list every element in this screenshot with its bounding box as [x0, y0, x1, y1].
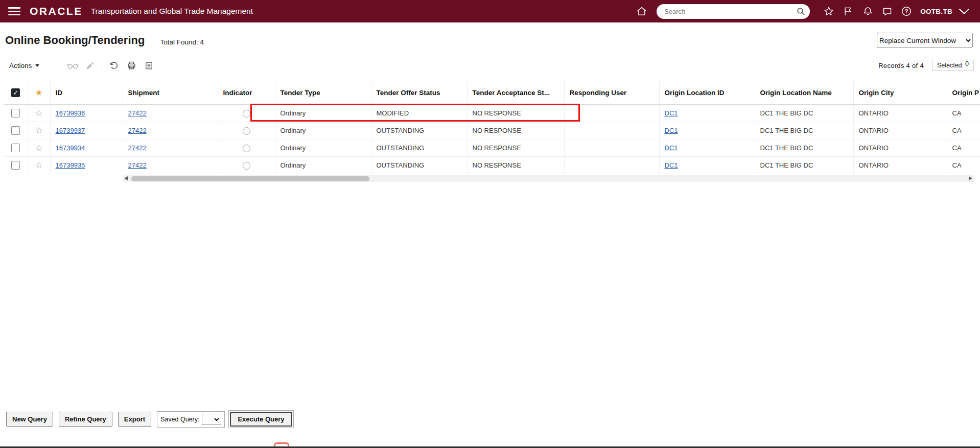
home-icon[interactable] [634, 4, 649, 19]
cell-tender-acceptance-status: NO RESPONSE [467, 139, 564, 157]
grid-body: ☆ 16739936 27422 Ordinary MODIFIED NO RE… [4, 105, 980, 174]
app-title: Transportation and Global Trade Manageme… [91, 7, 253, 16]
origin-location-link[interactable]: DC1 [665, 109, 678, 117]
id-link[interactable]: 16739936 [56, 109, 85, 117]
cell-tender-type: Ordinary [275, 105, 371, 122]
row-star-icon[interactable]: ☆ [35, 143, 42, 153]
column-header-origin-location-name[interactable]: Origin Location Name [755, 81, 853, 105]
column-header-origin-city[interactable]: Origin City [853, 81, 947, 105]
cell-tender-offer-status: OUTSTANDING [371, 157, 467, 174]
saved-query-select[interactable] [202, 414, 221, 425]
shipment-link[interactable]: 27422 [128, 144, 147, 152]
id-link[interactable]: 16739937 [56, 127, 85, 134]
cell-tender-type: Ordinary [275, 157, 371, 174]
id-link[interactable]: 16739935 [56, 161, 85, 169]
origin-location-link[interactable]: DC1 [665, 161, 678, 169]
scroll-right-arrow-icon[interactable] [969, 176, 972, 180]
column-header-responding-user[interactable]: Responding User [564, 81, 659, 105]
saved-query-label: Saved Query: [160, 416, 199, 423]
cell-origin-city: ONTARIO [853, 157, 947, 174]
header-star-icon: ★ [35, 88, 42, 98]
row-star-icon[interactable]: ☆ [35, 108, 42, 118]
selected-count: 0 [965, 60, 969, 67]
cutoff-annotation-box [274, 442, 289, 446]
cell-responding-user [564, 105, 659, 122]
flag-icon[interactable] [841, 4, 856, 19]
shipment-link[interactable]: 27422 [128, 161, 147, 169]
print-icon[interactable] [125, 59, 138, 72]
cell-origin-province: CA [947, 105, 980, 122]
cell-responding-user [564, 157, 659, 174]
cell-origin-province: CA [947, 139, 980, 157]
id-link[interactable]: 16739934 [56, 144, 85, 152]
column-header-origin-location-id[interactable]: Origin Location ID [659, 81, 755, 105]
execute-query-button[interactable]: Execute Query [230, 412, 292, 427]
select-all-header[interactable]: ✓ [4, 81, 28, 105]
oracle-logo: ORACLE [30, 5, 83, 17]
user-menu-chevron-down-icon[interactable] [956, 4, 972, 19]
records-count: Records 4 of 4 [878, 62, 924, 69]
grid-header: ✓ ★ ID Shipment Indicator Tender Type Te… [4, 81, 980, 105]
cell-id: 16739934 [50, 139, 123, 157]
global-search [657, 4, 810, 19]
column-header-shipment[interactable]: Shipment [123, 81, 218, 105]
total-found-label: Total Found: 4 [160, 38, 204, 46]
selected-count-box: Selected:0 [932, 60, 974, 71]
help-icon[interactable]: ? [899, 4, 914, 19]
results-grid: ✓ ★ ID Shipment Indicator Tender Type Te… [4, 81, 980, 174]
origin-location-link[interactable]: DC1 [665, 144, 678, 152]
caret-down-icon [35, 64, 39, 67]
column-header-tender-type[interactable]: Tender Type [275, 81, 371, 105]
new-query-button[interactable]: New Query [6, 412, 53, 427]
favorite-column-header[interactable]: ★ [28, 81, 50, 105]
favorites-star-icon[interactable] [821, 4, 836, 19]
cell-indicator [218, 157, 275, 174]
scrollbar-thumb[interactable] [131, 176, 369, 181]
search-input[interactable] [657, 4, 810, 19]
cell-tender-offer-status: OUTSTANDING [371, 139, 467, 157]
column-header-tender-offer-status[interactable]: Tender Offer Status [371, 81, 467, 105]
horizontal-scrollbar[interactable] [123, 175, 974, 182]
scroll-left-arrow-icon[interactable] [124, 176, 128, 180]
row-checkbox[interactable] [11, 126, 20, 135]
row-checkbox[interactable] [11, 161, 20, 170]
column-header-origin-province[interactable]: Origin P [947, 81, 980, 105]
logged-in-user[interactable]: OOTB.TB [920, 8, 952, 15]
row-checkbox[interactable] [11, 144, 20, 152]
shipment-link[interactable]: 27422 [128, 127, 147, 134]
indicator-circle-icon [243, 110, 250, 117]
column-header-indicator[interactable]: Indicator [218, 81, 275, 105]
row-star-icon[interactable]: ☆ [35, 160, 42, 170]
shipment-link[interactable]: 27422 [128, 109, 147, 117]
hamburger-menu-icon[interactable] [8, 7, 20, 15]
selected-label: Selected: [937, 62, 964, 69]
row-checkbox[interactable] [11, 109, 20, 117]
actions-label: Actions [9, 62, 32, 69]
notifications-bell-icon[interactable] [860, 4, 875, 19]
export-button[interactable]: Export [118, 412, 151, 427]
column-header-id[interactable]: ID [50, 81, 123, 105]
indicator-circle-icon [243, 162, 250, 170]
details-list-icon[interactable] [142, 59, 155, 72]
cell-tender-offer-status: OUTSTANDING [371, 122, 467, 139]
cell-origin-location-id: DC1 [659, 139, 755, 157]
cell-shipment: 27422 [123, 122, 218, 139]
cell-origin-location-name: DC1 THE BIG DC [755, 122, 853, 139]
select-all-checkbox[interactable]: ✓ [11, 88, 20, 97]
table-row: ☆ 16739935 27422 Ordinary OUTSTANDING NO… [4, 157, 980, 174]
origin-location-link[interactable]: DC1 [665, 127, 678, 134]
cell-tender-acceptance-status: NO RESPONSE [467, 122, 564, 139]
edit-pencil-icon [83, 59, 97, 72]
refine-query-button[interactable]: Refine Query [59, 412, 112, 427]
window-mode-select[interactable]: Replace Current Window [877, 33, 973, 48]
actions-menu-button[interactable]: Actions [6, 60, 42, 72]
cell-origin-location-name: DC1 THE BIG DC [755, 157, 853, 174]
row-star-icon[interactable]: ☆ [35, 126, 42, 135]
cell-tender-type: Ordinary [275, 139, 371, 157]
cell-responding-user [564, 122, 659, 139]
column-header-tender-acceptance-status[interactable]: Tender Acceptance St... [467, 81, 564, 105]
search-icon[interactable] [796, 7, 805, 18]
messages-chat-icon[interactable] [879, 4, 895, 19]
refresh-icon[interactable] [107, 59, 121, 72]
cell-origin-location-id: DC1 [659, 105, 755, 122]
